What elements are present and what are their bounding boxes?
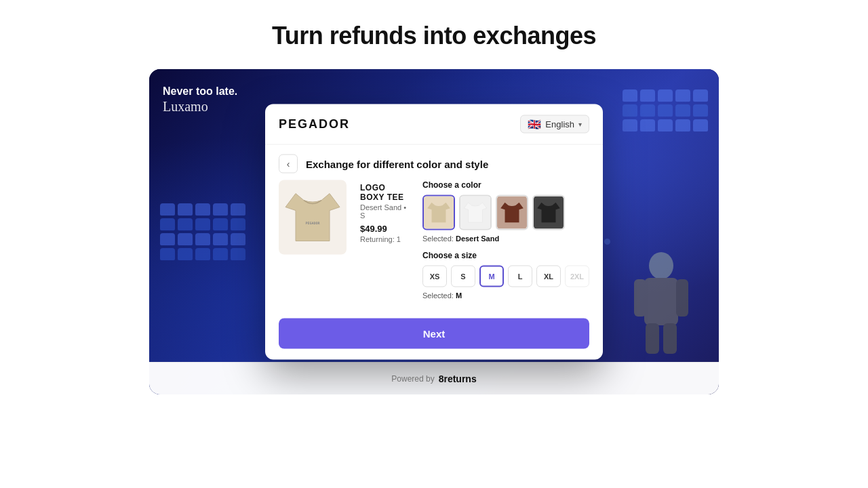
- size-2xl[interactable]: 2XL: [565, 266, 589, 287]
- modal-title: Exchange for different color and style: [306, 158, 488, 169]
- product-name: LOGO BOXY TEE: [360, 183, 409, 202]
- svg-rect-5: [663, 323, 677, 354]
- color-swatch-brown[interactable]: [496, 195, 528, 230]
- color-swatches: [422, 195, 589, 230]
- selected-color-label: Selected: Desert Sand: [422, 235, 589, 243]
- brand-overlay: Never too late. Luxamo: [163, 85, 237, 115]
- modal-body: PEGADOR LOGO BOXY TEE Desert Sand • S $4…: [265, 180, 603, 319]
- brand-logo: PEGADOR: [279, 117, 350, 131]
- svg-rect-3: [676, 279, 688, 317]
- swatch-tshirt: [462, 199, 488, 227]
- size-l[interactable]: L: [508, 266, 532, 287]
- svg-text:PEGADOR: PEGADOR: [305, 221, 320, 225]
- swatch-tshirt: [499, 199, 525, 227]
- brand-text-line2: Luxamo: [163, 99, 237, 115]
- svg-rect-2: [634, 279, 646, 317]
- seat-grid-right: [623, 89, 708, 131]
- powered-by-text: Powered by: [391, 374, 434, 384]
- product-image-container: PEGADOR: [279, 180, 347, 255]
- product-variant: Desert Sand • S: [360, 203, 409, 220]
- size-xs[interactable]: XS: [422, 266, 447, 287]
- next-button[interactable]: Next: [279, 319, 589, 349]
- language-label: English: [545, 119, 574, 129]
- powered-by-bar: Powered by 8returns: [149, 362, 719, 394]
- product-returning: Returning: 1: [360, 235, 409, 243]
- options-section: Choose a color: [422, 180, 589, 308]
- person-silhouette: [631, 252, 692, 354]
- swatch-tshirt: [536, 199, 561, 227]
- color-swatch-desert-sand[interactable]: [422, 195, 455, 230]
- svg-rect-1: [644, 278, 678, 325]
- flag-icon: 🇬🇧: [528, 119, 541, 129]
- modal-header: PEGADOR 🇬🇧 English ▾: [265, 104, 603, 145]
- selected-color-value: Desert Sand: [456, 235, 499, 243]
- color-swatch-dark[interactable]: [532, 195, 565, 230]
- size-buttons: XS S M L XL 2XL: [422, 266, 589, 287]
- product-price: $49.99: [360, 224, 409, 234]
- color-swatch-white[interactable]: [459, 195, 492, 230]
- language-selector[interactable]: 🇬🇧 English ▾: [520, 115, 589, 134]
- size-m[interactable]: M: [479, 266, 504, 287]
- product-info: LOGO BOXY TEE Desert Sand • S $49.99 Ret…: [360, 180, 409, 308]
- size-xl[interactable]: XL: [536, 266, 561, 287]
- modal-nav: ‹ Exchange for different color and style: [265, 145, 603, 180]
- svg-rect-4: [646, 323, 659, 354]
- selected-size-value: M: [456, 291, 462, 300]
- seat-grid-left: [160, 203, 245, 260]
- product-image: PEGADOR: [282, 184, 343, 251]
- cinema-right-area: [583, 69, 719, 394]
- selected-size-label: Selected: M: [422, 291, 589, 300]
- modal-card: PEGADOR 🇬🇧 English ▾ ‹ Exchange for diff…: [265, 104, 603, 360]
- svg-point-0: [649, 252, 673, 279]
- back-button[interactable]: ‹: [279, 155, 298, 174]
- swatch-tshirt: [426, 199, 452, 227]
- monitor-frame: Never too late. Luxamo: [149, 69, 719, 394]
- size-section-label: Choose a size: [422, 251, 589, 260]
- color-section-label: Choose a color: [422, 180, 589, 190]
- brand-text-line1: Never too late.: [163, 85, 237, 98]
- size-s[interactable]: S: [451, 266, 475, 287]
- returns-logo: 8returns: [439, 373, 477, 384]
- page-headline: Turn refunds into exchanges: [272, 22, 596, 50]
- chevron-down-icon: ▾: [578, 121, 582, 128]
